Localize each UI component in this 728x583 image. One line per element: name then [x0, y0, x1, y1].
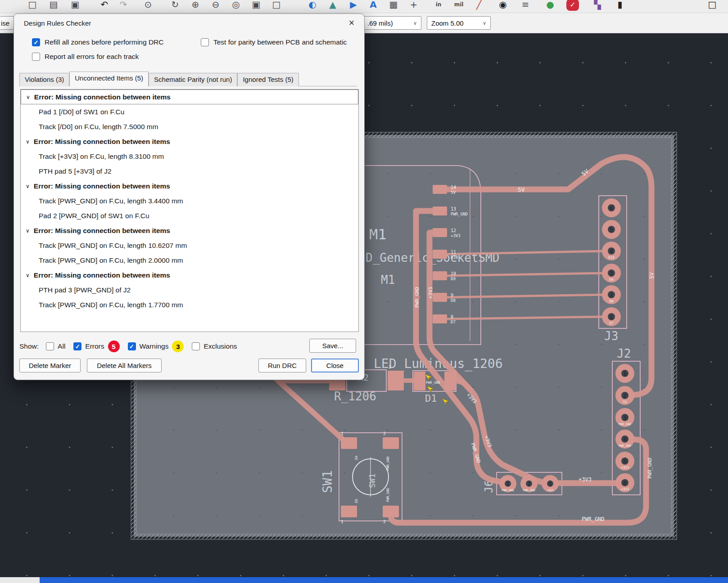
refill-zones-checkbox[interactable]	[32, 38, 40, 46]
units-mils-icon[interactable]: mil	[451, 0, 466, 12]
report-all-label: Report all errors for each track	[45, 53, 139, 61]
run-drc-button[interactable]: Run DRC	[258, 359, 306, 372]
chevron-down-icon: ∨	[411, 20, 419, 26]
flip-board-view-icon[interactable]: ◐	[305, 0, 320, 12]
text-tool-icon[interactable]: A	[366, 0, 381, 12]
show-exclusions-option[interactable]: Exclusions	[192, 342, 237, 350]
delete-marker-button[interactable]: Delete Marker	[19, 359, 81, 372]
chevron-down-icon[interactable]: ∨	[26, 94, 30, 100]
open-file-icon[interactable]: ▤	[46, 0, 61, 12]
show-exclusions-label: Exclusions	[203, 342, 237, 350]
chevron-down-icon[interactable]: ∨	[26, 228, 30, 234]
undo-icon[interactable]: ↶	[97, 0, 112, 12]
tab-schematic-parity[interactable]: Schematic Parity (not run)	[149, 73, 237, 86]
violation-item[interactable]: PTH pad 5 [+3V3] of J2	[21, 164, 358, 179]
select-cursor-icon[interactable]: ▶	[346, 0, 361, 12]
violation-item-text: PTH pad 5 [+3V3] of J2	[39, 167, 112, 175]
violation-header[interactable]: ∨ Error: Missing connection between item…	[21, 223, 358, 238]
show-warnings-label: Warnings	[140, 342, 169, 350]
chevron-down-icon[interactable]: ∨	[26, 272, 30, 278]
violation-item-text: Pad 1 [/D0] of SW1 on F.Cu	[39, 108, 124, 116]
refresh-view-icon[interactable]: ↻	[167, 0, 183, 12]
violation-item[interactable]: Track [PWR_GND] on F.Cu, length 1.7700 m…	[21, 297, 358, 312]
find-icon[interactable]: ⊙	[140, 0, 156, 12]
kicad-pcb-editor-window: M1 D_Generic_SocketSMD M1 LED_Luminous_1…	[0, 0, 728, 583]
new-file-icon[interactable]: □	[25, 0, 40, 12]
zoom-in-icon[interactable]: ⊕	[188, 0, 203, 12]
taskbar[interactable]	[0, 577, 728, 583]
delete-all-markers-button[interactable]: Delete All Markers	[87, 359, 162, 372]
show-errors-option[interactable]: Errors 5	[73, 341, 119, 352]
violation-item[interactable]: Track [/D0] on F.Cu, length 7.5000 mm	[21, 119, 358, 134]
violation-text: Error: Missing connection between items	[34, 271, 170, 279]
zoom-page-icon[interactable]: □	[269, 0, 284, 12]
show-warnings-option[interactable]: Warnings 3	[128, 341, 184, 352]
violation-item-text: Track [PWR_GND] on F.Cu, length 2.0000 m…	[39, 256, 183, 265]
violation-item[interactable]: Pad 1 [/D0] of SW1 on F.Cu	[21, 104, 358, 119]
parity-option[interactable]: Test for parity between PCB and schemati…	[201, 38, 347, 46]
violation-item[interactable]: Track [PWR_GND] on F.Cu, length 3.4400 m…	[21, 193, 358, 208]
close-icon[interactable]: ×	[345, 17, 358, 29]
drc-check-icon[interactable]: ✓	[566, 0, 579, 11]
show-exclusions-checkbox[interactable]	[192, 342, 200, 350]
violation-header[interactable]: ∨ Error: Missing connection between item…	[21, 134, 358, 149]
violation-item[interactable]: Track [+3V3] on F.Cu, length 8.3100 mm	[21, 149, 358, 164]
measure-icon[interactable]: ╱	[471, 0, 487, 12]
chevron-down-icon: ∨	[480, 20, 488, 26]
zoom-out-icon[interactable]: ⊖	[208, 0, 223, 12]
net-inspector-icon[interactable]: ◉	[495, 0, 511, 12]
violation-item[interactable]: Track [PWR_GND] on F.Cu, length 10.6207 …	[21, 238, 358, 253]
show-all-checkbox[interactable]	[46, 342, 54, 350]
tab-unconnected-items[interactable]: Unconnected Items (5)	[69, 72, 149, 86]
redo-icon[interactable]: ↷	[116, 0, 131, 12]
units-inch-icon[interactable]: in	[431, 0, 446, 12]
track-mode-fragment-text: ise	[1, 19, 9, 27]
layers-icon[interactable]: ≡	[518, 0, 533, 12]
violation-text: Error: Missing connection between items	[34, 182, 170, 190]
report-all-option[interactable]: Report all errors for each track	[32, 53, 139, 61]
show-all-option[interactable]: All	[46, 342, 65, 350]
violation-item-text: PTH pad 3 [PWR_GND] of J2	[39, 286, 131, 294]
violation-item[interactable]: Pad 2 [PWR_GND] of SW1 on F.Cu	[21, 208, 358, 223]
origin-icon[interactable]: +	[406, 0, 421, 12]
violation-item-text: Track [PWR_GND] on F.Cu, length 3.4400 m…	[39, 197, 183, 205]
violation-header[interactable]: ∨ Error: Missing connection between item…	[21, 90, 358, 104]
tab-violations[interactable]: Violations (3)	[19, 73, 69, 86]
parity-checkbox[interactable]	[201, 38, 209, 46]
3d-viewer-icon[interactable]: ▲	[325, 0, 340, 12]
violation-item-text: Track [PWR_GND] on F.Cu, length 1.7700 m…	[39, 301, 183, 309]
violation-header[interactable]: ∨ Error: Missing connection between item…	[21, 268, 358, 283]
main-toolbar: □ ▤ ▣ ↶ ↷ ⊙ ↻ ⊕ ⊖ ◎ ▣ □ ◐ ▲ ▶ A ▦ + in m…	[0, 0, 728, 13]
violation-text: Error: Missing connection between items	[34, 227, 170, 235]
close-button[interactable]: Close	[311, 359, 359, 372]
show-warnings-checkbox[interactable]	[128, 342, 136, 350]
scripting-console-icon[interactable]: ▮	[612, 0, 628, 12]
zoom-selection-icon[interactable]: ▣	[249, 0, 264, 12]
plugin-icon[interactable]: ▚	[590, 0, 605, 12]
dialog-title: Design Rules Checker	[24, 19, 91, 27]
save-icon[interactable]: ▣	[68, 0, 83, 12]
violation-item[interactable]: PTH pad 3 [PWR_GND] of J2	[21, 283, 358, 297]
refill-zones-option[interactable]: Refill all zones before performing DRC	[32, 38, 163, 46]
zoom-fit-icon[interactable]: ◎	[228, 0, 244, 12]
show-filter-row: Show: All Errors 5 Warnings 3 Exclusions	[19, 340, 360, 353]
report-all-checkbox[interactable]	[32, 53, 40, 61]
grid-settings-icon[interactable]: ▦	[386, 0, 401, 12]
window-icon[interactable]: □	[705, 0, 720, 12]
track-mode-dropdown-fragment[interactable]: ise	[0, 16, 14, 30]
zoom-value: Zoom 5.00	[431, 19, 464, 27]
unconnected-items-list[interactable]: ∨ Error: Missing connection between item…	[20, 89, 359, 332]
violation-item-text: Pad 2 [PWR_GND] of SW1 on F.Cu	[39, 212, 149, 220]
track-width-dropdown[interactable]: .69 mils) ∨	[363, 16, 421, 30]
show-label: Show:	[19, 342, 39, 350]
zoom-dropdown[interactable]: Zoom 5.00 ∨	[427, 16, 491, 30]
violation-item[interactable]: Track [PWR_GND] on F.Cu, length 2.0000 m…	[21, 253, 358, 268]
save-button[interactable]: Save...	[309, 339, 356, 353]
design-rules-checker-dialog: Design Rules Checker × Refill all zones …	[14, 13, 365, 380]
show-errors-checkbox[interactable]	[73, 342, 81, 350]
violation-header[interactable]: ∨ Error: Missing connection between item…	[21, 179, 358, 193]
tab-ignored-tests[interactable]: Ignored Tests (5)	[237, 73, 298, 86]
chevron-down-icon[interactable]: ∨	[26, 183, 30, 189]
update-pcb-icon[interactable]: ●	[543, 0, 558, 12]
chevron-down-icon[interactable]: ∨	[26, 139, 30, 145]
